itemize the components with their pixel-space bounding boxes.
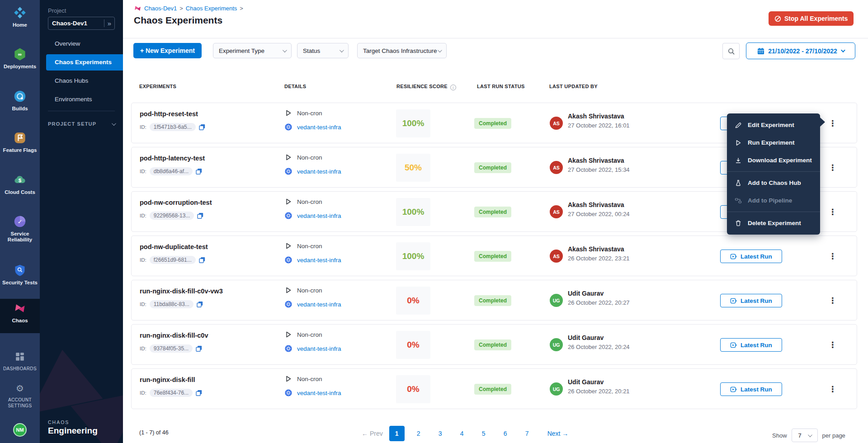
sidebar-item-label: Chaos	[0, 318, 40, 324]
infrastructure-link[interactable]: vedant-test-infra	[297, 124, 341, 131]
stop-all-experiments-button[interactable]: Stop All Experiments	[769, 11, 854, 26]
row-menu-button[interactable]: ⋮	[825, 337, 840, 353]
copy-icon[interactable]	[199, 257, 205, 263]
next-page-button[interactable]: Next →	[547, 430, 569, 437]
experiment-type-filter[interactable]: Experiment Type	[213, 43, 292, 58]
infrastructure-link[interactable]: vedant-test-infra	[297, 168, 341, 175]
sidebar-item-service-reliability[interactable]: ✓ Service Reliability	[0, 215, 40, 243]
sidebar-item-label: Cloud Costs	[0, 189, 40, 195]
user-avatar[interactable]: NM	[13, 423, 27, 437]
infrastructure-link[interactable]: vedant-test-infra	[297, 257, 341, 264]
sidebar-item-chaos[interactable]: Chaos	[0, 302, 40, 324]
schedule-label: Non-cron	[297, 198, 322, 205]
id-value: 11bda88c-83...	[150, 300, 193, 308]
copy-icon[interactable]	[196, 345, 202, 352]
avatar: UG	[550, 338, 563, 351]
menu-item-edit-experiment[interactable]: Edit Experiment	[727, 116, 820, 134]
breadcrumb-link-project[interactable]: Chaos-Dev1	[144, 5, 177, 12]
sidebar-item-label: Feature Flags	[0, 147, 40, 153]
menu-item-run-experiment[interactable]: Run Experiment	[727, 134, 820, 151]
breadcrumb-link-experiments[interactable]: Chaos Experiments	[186, 5, 237, 12]
page-button-4[interactable]: 4	[454, 426, 470, 441]
expand-projects-icon[interactable]: »	[104, 19, 114, 27]
sidebar-item-chaos-hubs[interactable]: Chaos Hubs	[40, 73, 123, 89]
sidebar-item-account-settings[interactable]: ⚙ ACCOUNT SETTINGS	[0, 383, 40, 409]
experiment-name[interactable]: pod-http-reset-test	[140, 110, 198, 118]
page-button-3[interactable]: 3	[433, 426, 448, 441]
latest-run-button[interactable]: Latest Run	[720, 250, 782, 263]
row-menu-button[interactable]: ⋮	[825, 204, 840, 220]
sidebar-item-overview[interactable]: Overview	[40, 36, 123, 52]
id-label: ID:	[140, 257, 146, 263]
sidebar-item-feature-flags[interactable]: Feature Flags	[0, 132, 40, 153]
page-button-6[interactable]: 6	[498, 426, 513, 441]
sidebar-item-environments[interactable]: Environments	[40, 91, 123, 108]
play-icon	[285, 109, 292, 117]
search-icon	[727, 47, 735, 55]
info-icon[interactable]: i	[450, 85, 456, 90]
infrastructure-link[interactable]: vedant-test-infra	[297, 345, 341, 352]
project-setup-toggle[interactable]: PROJECT SETUP	[48, 121, 115, 127]
copy-icon[interactable]	[197, 301, 203, 307]
infrastructure-link[interactable]: vedant-test-infra	[297, 212, 341, 219]
latest-run-button[interactable]: Latest Run	[720, 382, 782, 396]
experiment-id: ID: 1f5471b3-6a5...	[140, 123, 205, 131]
prev-page-button[interactable]: ← Prev	[362, 430, 383, 437]
sidebar-item-home[interactable]: Home	[0, 6, 40, 28]
experiment-name[interactable]: run-nginx-disk-fill-c0v	[140, 332, 208, 339]
page-button-7[interactable]: 7	[519, 426, 535, 441]
page-button-1[interactable]: 1	[389, 426, 405, 441]
resilience-score: 0%	[396, 331, 430, 359]
date-range-picker[interactable]: 21/10/2022 - 27/10/2022	[746, 42, 855, 59]
app-window: Home ∞ Deployments Builds Feature Flags …	[0, 0, 868, 443]
updated-by-name: Akash Shrivastava	[568, 157, 624, 164]
copy-icon[interactable]	[199, 124, 205, 130]
copy-icon[interactable]	[196, 168, 202, 174]
row-menu-button[interactable]: ⋮	[825, 381, 840, 397]
infrastructure-link[interactable]: vedant-test-infra	[297, 390, 341, 396]
sidebar-item-builds[interactable]: Builds	[0, 90, 40, 112]
copy-icon[interactable]	[197, 212, 203, 219]
schedule-type: Non-cron	[285, 331, 322, 338]
experiment-name[interactable]: pod-nw-corruption-test	[140, 199, 212, 206]
page-size-select[interactable]: 7	[792, 429, 818, 442]
experiment-name[interactable]: run-nginx-disk-fill-c0v-vw3	[140, 287, 223, 295]
infrastructure: vedant-test-infra	[285, 256, 341, 264]
search-button[interactable]	[722, 43, 740, 59]
new-experiment-button[interactable]: + New Experiment	[133, 43, 202, 58]
latest-run-button[interactable]: Latest Run	[720, 338, 782, 352]
sidebar-item-dashboards[interactable]: DASHBOARDS	[0, 352, 40, 372]
infrastructure-link[interactable]: vedant-test-infra	[297, 301, 341, 308]
page-button-2[interactable]: 2	[411, 426, 426, 441]
menu-item-delete-experiment[interactable]: Delete Experiment	[727, 214, 820, 232]
page-button-5[interactable]: 5	[476, 426, 491, 441]
resilience-score: 100%	[396, 198, 430, 226]
sidebar-item-cloud-costs[interactable]: $ Cloud Costs	[0, 174, 40, 195]
target-infrastructure-filter[interactable]: Target Chaos Infrastructure	[357, 43, 447, 58]
latest-run-button[interactable]: Latest Run	[720, 294, 782, 307]
experiment-name[interactable]: pod-http-latency-test	[140, 155, 205, 162]
menu-item-add-to-chaos-hub[interactable]: Add to Chaos Hub	[727, 174, 820, 192]
security-tests-icon	[14, 264, 26, 277]
schedule-label: Non-cron	[297, 287, 322, 294]
experiment-id: ID: 76e8f434-76...	[140, 389, 202, 397]
sidebar-item-chaos-experiments[interactable]: Chaos Experiments	[46, 54, 123, 71]
row-menu-button[interactable]: ⋮	[825, 292, 840, 309]
experiment-name[interactable]: pod-nw-duplicate-test	[140, 243, 208, 250]
copy-icon[interactable]	[196, 390, 202, 396]
menu-item-download-experiment[interactable]: Download Experiment	[727, 151, 820, 169]
row-menu-button[interactable]: ⋮	[825, 248, 840, 264]
project-selector[interactable]: Chaos-Dev1 »	[48, 17, 115, 30]
row-menu-button[interactable]: ⋮	[825, 160, 840, 176]
experiment-name[interactable]: run-nginx-disk-fill	[140, 376, 195, 383]
module-footer: CHAOS Engineering	[48, 419, 98, 436]
sidebar-item-label: DASHBOARDS	[0, 366, 40, 372]
status-filter[interactable]: Status	[297, 43, 349, 58]
play-icon	[285, 287, 292, 294]
menu-item-label: Download Experiment	[748, 157, 812, 164]
dashboards-icon	[15, 352, 25, 364]
kubernetes-icon	[285, 345, 292, 352]
sidebar-item-security-tests[interactable]: Security Tests	[0, 264, 40, 286]
sidebar-item-deployments[interactable]: ∞ Deployments	[0, 48, 40, 70]
row-menu-button[interactable]: ⋮	[825, 115, 840, 132]
